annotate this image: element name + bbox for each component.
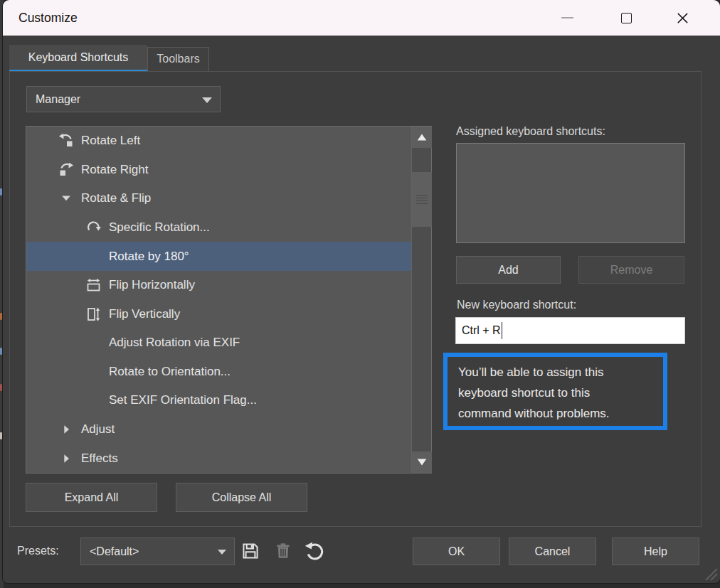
add-button[interactable]: Add [456,256,561,284]
text-caret [502,322,503,339]
expander-down-icon[interactable] [56,190,76,207]
tree-item[interactable]: Adjust Rotation via EXIF [26,328,411,358]
scroll-down-button[interactable] [412,451,432,473]
ok-button[interactable]: OK [413,538,500,565]
tree-scrollbar[interactable] [411,127,431,473]
tree-item[interactable]: Effects [26,444,411,473]
command-tree-rows: Rotate LeftRotate RightRotate & FlipSpec… [26,127,411,473]
new-shortcut-value: Ctrl + R [462,324,501,337]
background-marker [0,313,2,320]
tree-item[interactable]: Set EXIF Orientation Flag... [26,386,411,415]
background-marker [0,188,2,196]
flip-vertical-icon [84,306,104,323]
presets-dropdown[interactable]: <Default> [80,538,235,565]
tree-item-label: Rotate by 180° [109,250,189,264]
tree-item[interactable]: Rotate by 180° [26,242,411,271]
undo-icon[interactable] [303,538,326,564]
chevron-down-icon [202,97,212,103]
tree-item[interactable]: Rotate to Orientation... [26,358,411,387]
minimize-button[interactable] [555,6,579,30]
tree-item[interactable]: Flip Horizontally [26,271,411,300]
shortcut-status-message: You’ll be able to assign this keyboard s… [458,362,642,424]
expand-all-button[interactable]: Expand All [26,483,157,512]
icon-spacer [84,392,104,409]
tree-item[interactable]: Flip Vertically [26,299,411,328]
tree-item-label: Rotate to Orientation... [109,365,231,379]
flip-horizontal-icon [84,277,104,294]
cancel-button[interactable]: Cancel [509,538,596,565]
remove-button[interactable]: Remove [578,256,684,284]
tree-item[interactable]: Rotate Right [26,156,411,185]
minimize-icon [561,17,573,18]
presets-label: Presets: [17,545,59,557]
tree-item-label: Specific Rotation... [109,220,210,235]
tree-item[interactable]: Specific Rotation... [26,213,411,242]
new-shortcut-input[interactable]: Ctrl + R [455,317,685,344]
assigned-shortcuts-label: Assigned keyboard shortcuts: [456,125,605,138]
background-marker [0,348,2,355]
save-preset-icon[interactable] [239,538,262,564]
delete-preset-icon[interactable] [272,538,295,564]
tab-keyboard-shortcuts[interactable]: Keyboard Shortcuts [9,45,147,72]
collapse-all-button[interactable]: Collapse All [176,483,307,512]
tree-item-label: Rotate & Flip [81,191,151,205]
assigned-shortcuts-list[interactable] [456,143,685,243]
tree-item-label: Rotate Right [81,163,149,177]
tree-item-label: Flip Vertically [109,307,180,321]
chevron-down-icon [218,550,226,555]
tree-item[interactable]: Adjust [26,415,411,444]
help-button[interactable]: Help [612,538,699,565]
maximize-button[interactable] [614,6,638,30]
tab-toolbars[interactable]: Toolbars [147,47,209,71]
command-tree: Rotate LeftRotate RightRotate & FlipSpec… [26,126,432,474]
category-dropdown-value: Manager [36,93,80,106]
tree-item-label: Rotate Left [81,134,140,148]
close-button[interactable] [670,6,694,30]
icon-spacer [84,363,104,380]
tree-item-label: Flip Horizontally [109,278,195,292]
rotate-cw-icon [84,219,104,236]
scrollbar-thumb[interactable] [412,172,432,227]
arrow-up-icon [415,132,428,142]
tree-item[interactable]: Rotate Left [26,127,411,156]
titlebar[interactable]: Customize [3,0,720,36]
scroll-up-button[interactable] [412,127,432,148]
tree-item[interactable]: Rotate & Flip [26,184,411,213]
background-marker [0,432,2,439]
rotate-left-icon [56,132,76,149]
rotate-right-icon [56,161,76,178]
arrow-down-icon [415,457,428,467]
expander-right-icon[interactable] [56,450,76,467]
background-marker [0,384,2,391]
customize-dialog: Customize Keyboard Shortcuts Toolbars Ma… [3,0,720,583]
new-shortcut-label: New keyboard shortcut: [457,299,576,311]
icon-spacer [84,334,104,351]
presets-dropdown-value: <Default> [90,545,139,558]
expander-right-icon[interactable] [56,421,76,438]
resize-grip[interactable] [702,565,719,582]
screen: Customize Keyboard Shortcuts Toolbars Ma… [0,0,720,588]
shortcut-status-highlight: You’ll be able to assign this keyboard s… [443,353,667,430]
tree-item-label: Set EXIF Orientation Flag... [109,393,257,407]
category-dropdown[interactable]: Manager [26,86,221,112]
window-title: Customize [18,0,78,36]
tree-item-label: Adjust Rotation via EXIF [109,336,240,350]
close-icon [676,11,689,25]
tree-item-label: Adjust [81,422,115,437]
maximize-icon [621,13,632,23]
tree-item-label: Effects [81,451,118,466]
icon-spacer [84,248,104,265]
